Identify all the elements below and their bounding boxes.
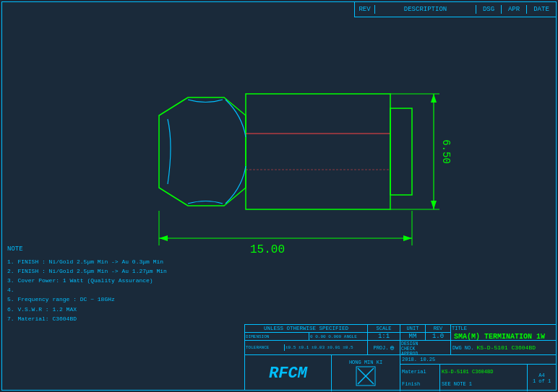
note-6: 6. V.S.W.R : 1.2 MAX bbox=[7, 305, 167, 314]
svg-marker-13 bbox=[431, 201, 437, 209]
tb-row-1: UNLESS OTHERWISE SPECIFIED DIMENSION 0 0… bbox=[245, 325, 556, 341]
dim-row: DIMENSION 0 0.00 0.000 ANGLE bbox=[245, 333, 367, 340]
proj-symbol: ⊕ bbox=[390, 344, 394, 352]
scale-block: SCALE 1:1 bbox=[368, 325, 400, 340]
dim-label: DIMENSION bbox=[245, 333, 309, 340]
logo-block: RFCM bbox=[245, 355, 332, 391]
tol-block: TOLERANCE ±0.5 ±0.1 ±0.03 ±0.01 ±0.5 bbox=[245, 341, 368, 354]
material-label: Material bbox=[402, 369, 438, 375]
rfcm-logo: RFCM bbox=[269, 365, 307, 383]
finish-value: SEE NOTE 1 bbox=[442, 381, 525, 387]
scale-label: SCALE bbox=[368, 325, 400, 333]
hong-label: HONG MIN KI bbox=[349, 360, 382, 365]
material-value: KS-D-5101 C3604BD bbox=[442, 369, 525, 375]
svg-marker-7 bbox=[403, 235, 412, 241]
tol-label: TOLERANCE bbox=[245, 344, 285, 351]
rev-block-tb: REV 1.0 bbox=[426, 325, 451, 340]
rev-header: REV bbox=[355, 5, 375, 14]
title-main-block: TITLE SMA(M) TERMINATION 1W bbox=[451, 325, 556, 340]
hong-block: HONG MIN KI bbox=[332, 355, 400, 391]
date-header: DATE bbox=[527, 5, 556, 14]
unit-block: UNIT MM bbox=[400, 325, 426, 340]
svg-marker-6 bbox=[159, 235, 168, 241]
revision-block: REV DESCRIPTION DSG APR DATE bbox=[354, 1, 557, 17]
svg-text:6.50: 6.50 bbox=[440, 139, 452, 164]
mat-labels: Material Finish bbox=[400, 365, 440, 391]
svg-marker-12 bbox=[431, 94, 437, 103]
note-5: 5. Frequency range : DC ~ 18GHz bbox=[7, 295, 167, 304]
tol-values: ±0.5 ±0.1 ±0.03 ±0.01 ±0.5 bbox=[285, 344, 367, 351]
design-label: DESIGN bbox=[401, 341, 418, 347]
finish-label: Finish bbox=[402, 381, 438, 387]
unless-label: UNLESS OTHERWISE SPECIFIED bbox=[245, 325, 367, 333]
date-row: 2018. 10.25 bbox=[400, 355, 556, 365]
note-1: 1. FINISH : Ni/Gold 2.5μm Min -> Au 0.3μ… bbox=[7, 257, 167, 266]
sheet-block: A4 1 of 1 bbox=[527, 365, 556, 391]
notes-title: NOTE bbox=[7, 244, 167, 254]
desc-header: DESCRIPTION bbox=[375, 5, 476, 14]
check-row: CHECK bbox=[401, 347, 450, 352]
title-label: TITLE bbox=[451, 325, 556, 332]
unit-value: MM bbox=[400, 333, 425, 340]
mat-values: KS-D-5101 C3604BD SEE NOTE 1 bbox=[440, 365, 527, 391]
svg-rect-0 bbox=[246, 94, 390, 209]
rev-value: 1.0 bbox=[426, 333, 450, 340]
unit-label: UNIT bbox=[400, 325, 425, 333]
note-7: 7. Material: C3604BD bbox=[7, 314, 167, 323]
dim-values: 0 0.00 0.000 ANGLE bbox=[309, 333, 367, 340]
size-value: A4 bbox=[538, 373, 544, 378]
title-block: UNLESS OTHERWISE SPECIFIED DIMENSION 0 0… bbox=[244, 324, 557, 391]
stamp-icon bbox=[355, 365, 377, 387]
svg-rect-4 bbox=[390, 108, 412, 195]
note-2: 2. FINISH : Ni/Gold 2.5μm Min -> Au 1.27… bbox=[7, 266, 167, 276]
note-3: 3. Cover Power: 1 Watt (Quality Assuranc… bbox=[7, 276, 167, 285]
drawing-area: REV DESCRIPTION DSG APR DATE bbox=[0, 0, 558, 392]
proj-block: PROJ. ⊕ bbox=[368, 341, 400, 354]
apr-header: APR bbox=[502, 5, 527, 14]
dsg-header: DSG bbox=[476, 5, 502, 14]
dwg-no-value: KS-D-5101 C3604BD bbox=[476, 344, 536, 351]
design-row: DESIGN bbox=[401, 341, 450, 347]
proj-label: PROJ. bbox=[373, 345, 388, 351]
date-mat-block: 2018. 10.25 Material Finish KS-D-5101 C3… bbox=[400, 355, 556, 391]
unless-block: UNLESS OTHERWISE SPECIFIED DIMENSION 0 0… bbox=[245, 325, 368, 340]
mat-finish-row: Material Finish KS-D-5101 C3604BD SEE NO… bbox=[400, 365, 556, 391]
dwg-no-label: DWG NO. bbox=[452, 345, 473, 351]
check-label: CHECK bbox=[401, 347, 416, 352]
design-check-block: DESIGN CHECK APPROD. bbox=[400, 341, 451, 354]
notes-section: NOTE 1. FINISH : Ni/Gold 2.5μm Min -> Au… bbox=[7, 244, 167, 323]
svg-text:15.00: 15.00 bbox=[250, 243, 285, 256]
dwg-no-block: DWG NO. KS-D-5101 C3604BD bbox=[451, 341, 556, 354]
svg-marker-1 bbox=[159, 97, 246, 206]
tb-row-3: RFCM HONG MIN KI 2018. 10.25 Material bbox=[245, 355, 556, 391]
note-4: 4. bbox=[7, 285, 167, 295]
sheet-value: 1 of 1 bbox=[533, 378, 551, 384]
rev-label: REV bbox=[426, 325, 450, 333]
tb-row-2: TOLERANCE ±0.5 ±0.1 ±0.03 ±0.01 ±0.5 PRO… bbox=[245, 341, 556, 355]
scale-value: 1:1 bbox=[368, 333, 400, 340]
